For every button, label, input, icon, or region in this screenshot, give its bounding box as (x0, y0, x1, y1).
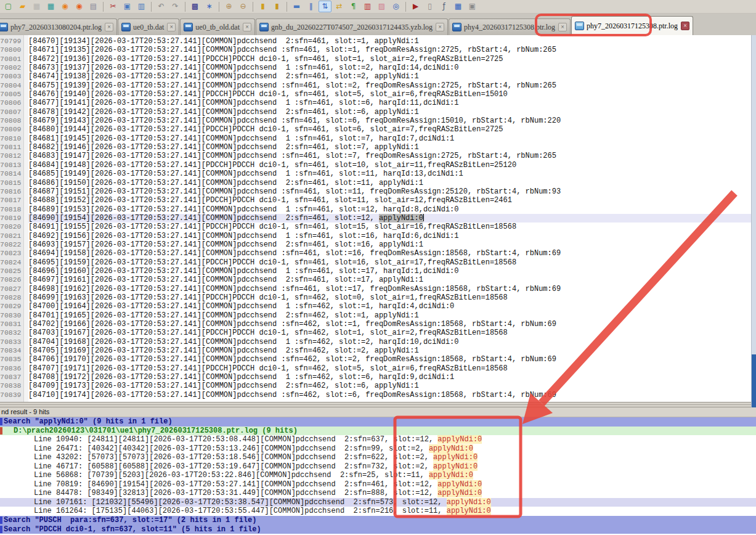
editor-line[interactable]: 70838[84709][19173][2026-03-17T20:53:27.… (0, 382, 756, 390)
editor-line[interactable]: 70814[84685][19149][2026-03-17T20:53:27.… (0, 169, 756, 178)
result-hit-line[interactable]: Line 46717: [60588][60588][2026-03-17T20… (0, 462, 756, 472)
find-icon[interactable]: ▩ (189, 1, 201, 12)
editor-scrollbar[interactable] (751, 35, 756, 407)
result-hit-line[interactable]: Line 10940: [24811][24811][2026-03-17T20… (0, 435, 756, 444)
print-icon[interactable]: ▤ (87, 1, 100, 12)
editor-line[interactable]: 70825[84696][19160][2026-03-17T20:53:27.… (0, 267, 756, 276)
close-all-icon[interactable]: ◉ (73, 1, 86, 12)
open-icon[interactable]: ▰ (16, 1, 29, 12)
editor-line[interactable]: 70809[84680][19144][2026-03-17T20:53:27.… (0, 125, 756, 134)
file-header[interactable]: D:\prach20260123\031701\ue1\phy7_2026031… (0, 427, 756, 436)
tab-close-icon[interactable]: × (105, 23, 113, 31)
editor-line[interactable]: 70832[84703][19167][2026-03-17T20:53:27.… (0, 329, 756, 337)
tab-phy7_20260317125308.ptr.log[interactable]: phy7_20260317125308.ptr.log× (571, 16, 693, 35)
result-hit-line[interactable]: Line 26471: [40342][40342][2026-03-17T20… (0, 444, 756, 454)
editor-line[interactable]: 70830[84701][19165][2026-03-17T20:53:27.… (0, 311, 756, 320)
tab-close-icon[interactable]: × (167, 23, 176, 31)
editor-scrollbar-thumb[interactable] (752, 354, 756, 407)
paste-icon[interactable]: ▥ (135, 1, 148, 12)
editor-line[interactable]: 70834[84705][19169][2026-03-17T20:53:27.… (0, 346, 756, 355)
editor-line[interactable]: 70806[84677][19141][2026-03-17T20:53:27.… (0, 99, 756, 107)
zoom-in-icon[interactable]: ⊕ (222, 1, 235, 12)
save-icon[interactable]: ▦ (30, 1, 43, 12)
replace-icon[interactable]: ∗ (203, 1, 216, 12)
zoom-out-icon[interactable]: ⊖ (237, 1, 250, 12)
copy-icon[interactable]: ▣ (121, 1, 134, 12)
editor-line[interactable]: 70818[84689][19153][2026-03-17T20:53:27.… (0, 205, 756, 214)
undo-icon[interactable]: ↶ (155, 1, 168, 12)
close-icon[interactable]: ◉ (59, 1, 71, 12)
editor-line[interactable]: 70836[84707][19171][2026-03-17T20:53:27.… (0, 364, 756, 373)
editor-line[interactable]: 70807[84678][19142][2026-03-17T20:53:27.… (0, 108, 756, 116)
tab-ue0_tb_old.dat[interactable]: ue0_tb_old.dat× (180, 18, 255, 35)
tab-ue0_tb.dat[interactable]: ue0_tb.dat× (118, 18, 179, 35)
tab-gnb_du_20260227T074507_20260317124435.yzb.log[interactable]: gnb_du_20260227T074507_20260317124435.yz… (256, 18, 448, 35)
panel-splitter[interactable] (0, 402, 751, 407)
preview-icon[interactable]: ◎ (389, 1, 402, 12)
result-hit-line[interactable]: Line 43202: [57073][57073][2026-03-17T20… (0, 453, 756, 462)
editor-line[interactable]: 70811[84682][19146][2026-03-17T20:53:27.… (0, 143, 756, 152)
search-header[interactable]: Search "PDCCH dci0-1, sfn=637, slot=11" … (0, 525, 756, 534)
editor-line[interactable]: 70808[84679][19143][2026-03-17T20:53:27.… (0, 116, 756, 125)
editor-line[interactable]: 70837[84708][19172][2026-03-17T20:53:27.… (0, 373, 756, 382)
sync-horizontal-scroll-icon[interactable]: ⇄ (333, 1, 346, 12)
editor-line[interactable]: 70812[84683][19147][2026-03-17T20:53:27.… (0, 152, 756, 160)
editor-line[interactable]: 70824[84695][19159][2026-03-17T20:53:27.… (0, 258, 756, 267)
tab-close-icon[interactable]: × (681, 22, 689, 30)
tab-phy4_20260317125308.ptr.log[interactable]: phy4_20260317125308.ptr.log× (449, 18, 571, 35)
new-file-icon[interactable]: ▢ (2, 1, 15, 12)
editor[interactable]: 70799[84670][19134][2026-03-17T20:53:27.… (0, 35, 756, 402)
editor-line[interactable]: 70822[84693][19157][2026-03-17T20:53:27.… (0, 240, 756, 249)
editor-line[interactable]: 70823[84694][19158][2026-03-17T20:53:27.… (0, 249, 756, 258)
editor-line[interactable]: 70813[84684][19148][2026-03-17T20:53:27.… (0, 161, 756, 169)
editor-line[interactable]: 70819[84690][19154][2026-03-17T20:53:27.… (0, 214, 756, 223)
tab-close-icon[interactable]: × (558, 23, 567, 31)
editor-line[interactable]: 70815[84686][19150][2026-03-17T20:53:27.… (0, 179, 756, 187)
editor-line[interactable]: 70800[84671][19135][2026-03-17T20:53:27.… (0, 46, 756, 54)
editor-line[interactable]: 70805[84676][19140][2026-03-17T20:53:27.… (0, 90, 756, 99)
redo-icon[interactable]: ↷ (169, 1, 182, 12)
editor-line[interactable]: 70839[84710][19174][2026-03-17T20:53:27.… (0, 391, 756, 399)
monitoring-icon[interactable]: ▶ (409, 1, 422, 12)
save-all-icon[interactable]: ▦ (44, 1, 57, 12)
editor-line[interactable]: 70817[84688][19152][2026-03-17T20:53:27.… (0, 196, 756, 205)
tab-close-icon[interactable]: × (243, 23, 251, 31)
play-macro-icon[interactable]: ▮ (270, 1, 283, 12)
search-header[interactable]: Search "applyNdi:0" (9 hits in 1 file) (0, 417, 756, 427)
cut-icon[interactable]: ✂ (107, 1, 120, 12)
editor-line[interactable]: 70804[84675][19139][2026-03-17T20:53:27.… (0, 81, 756, 90)
editor-line[interactable]: 70831[84702][19166][2026-03-17T20:53:27.… (0, 320, 756, 329)
editor-line[interactable]: 70803[84674][19138][2026-03-17T20:53:27.… (0, 72, 756, 81)
editor-line[interactable]: 70828[84699][19163][2026-03-17T20:53:27.… (0, 293, 756, 302)
folder-workspace-icon[interactable]: ▦ (452, 1, 465, 12)
editor-line[interactable]: 70816[84687][19151][2026-03-17T20:53:27.… (0, 187, 756, 196)
result-hit-line[interactable]: Line 84478: [98349][32813][2026-03-17T20… (0, 489, 756, 498)
result-hit-line[interactable]: Line 161264: [175135][44063][2026-03-17T… (0, 507, 756, 516)
record-macro-icon[interactable]: ▮ (256, 1, 269, 12)
search-header[interactable]: Search "PUSCH para:sfn=637, slot:=17" (2… (0, 516, 756, 525)
user-dialog-icon[interactable]: ▨ (375, 1, 388, 12)
editor-line[interactable]: 70799[84670][19134][2026-03-17T20:53:27.… (0, 37, 756, 46)
show-all-characters-icon[interactable]: ¶ (347, 1, 360, 12)
sync-vertical-scroll-icon[interactable]: ⇅ (319, 1, 331, 12)
editor-line[interactable]: 70821[84692][19156][2026-03-17T20:53:27.… (0, 232, 756, 240)
pause-icon[interactable]: ∥ (304, 1, 317, 12)
editor-line[interactable]: 70810[84681][19145][2026-03-17T20:53:27.… (0, 134, 756, 143)
run-macro-icon[interactable]: ▬ (290, 1, 303, 12)
tab-close-icon[interactable]: × (436, 23, 444, 31)
editor-line[interactable]: 70801[84672][19136][2026-03-17T20:53:27.… (0, 55, 756, 63)
editor-line[interactable]: 70829[84700][19164][2026-03-17T20:53:27.… (0, 302, 756, 311)
result-hit-line[interactable]: Line 70819: [84690][19154][2026-03-17T20… (0, 480, 756, 489)
editor-line[interactable]: 70833[84704][19168][2026-03-17T20:53:27.… (0, 338, 756, 346)
doc-switcher-icon[interactable]: ▣ (466, 1, 479, 12)
doc-map-icon[interactable]: ▯ (423, 1, 436, 12)
indent-guide-icon[interactable]: ▥ (361, 1, 374, 12)
editor-line[interactable]: 70827[84698][19162][2026-03-17T20:53:27.… (0, 285, 756, 293)
editor-line[interactable]: 70835[84706][19170][2026-03-17T20:53:27.… (0, 355, 756, 364)
editor-line[interactable]: 70802[84673][19137][2026-03-17T20:53:27.… (0, 63, 756, 72)
result-hit-line[interactable]: Line 107161: [121032][55496][2026-03-17T… (0, 498, 756, 507)
editor-line[interactable]: 70826[84697][19161][2026-03-17T20:53:27.… (0, 276, 756, 284)
tab-phy7_20260313080204.ptr.log[interactable]: phy7_20260313080204.ptr.log× (0, 18, 117, 35)
function-list-icon[interactable]: ƒ (437, 1, 450, 12)
result-hit-line[interactable]: Line 56868: [70739][5203][2026-03-17T20:… (0, 471, 756, 480)
